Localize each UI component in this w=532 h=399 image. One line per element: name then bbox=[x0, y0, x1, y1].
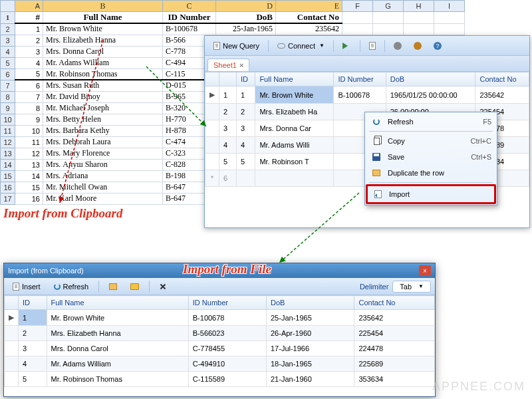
query-tabbar: Sheet1× bbox=[205, 56, 529, 72]
new-query-label: New Query bbox=[223, 42, 259, 50]
ctx-import-highlight: Import bbox=[366, 184, 496, 204]
header-idnumber[interactable]: ID Number bbox=[163, 12, 216, 24]
gears-icon bbox=[414, 42, 422, 50]
annotation-file: Import from File bbox=[183, 262, 271, 277]
refresh-button[interactable]: Refresh bbox=[49, 280, 94, 293]
insert-button[interactable]: Insert bbox=[8, 280, 45, 293]
new-query-button[interactable]: New Query bbox=[209, 39, 264, 53]
grid-header-id[interactable]: ID bbox=[237, 72, 255, 86]
execute-button[interactable] bbox=[338, 40, 356, 52]
chain-icon bbox=[277, 43, 285, 49]
paste-button[interactable] bbox=[104, 281, 122, 293]
ctx-copy-key: Ctrl+C bbox=[471, 137, 491, 145]
ctx-dup-label: Duplicate the row bbox=[388, 169, 444, 177]
dlg-header-row: ID Full Name ID Number DoB Contact No bbox=[5, 296, 435, 310]
dialog-title-text: Import (from Clipboard) bbox=[8, 267, 84, 275]
tab-sheet1[interactable]: Sheet1× bbox=[207, 59, 249, 71]
separator bbox=[268, 40, 269, 52]
dlg-header-idnum[interactable]: ID Number bbox=[188, 296, 266, 310]
chevron-down-icon: ▼ bbox=[418, 283, 424, 289]
tab-close-icon[interactable]: × bbox=[239, 61, 243, 69]
separator bbox=[98, 281, 99, 293]
dlg-row[interactable]: 5Mr. Robinson ThomasC-11558921-Jan-19603… bbox=[5, 372, 435, 387]
header-num[interactable]: # bbox=[15, 12, 43, 24]
document-icon bbox=[213, 42, 220, 50]
ctx-refresh-key: F5 bbox=[483, 118, 491, 126]
dlg-row[interactable]: 4Mr. Adams WilliamC-49491018-Jan-1965225… bbox=[5, 356, 435, 372]
ctx-duplicate[interactable]: Duplicate the row bbox=[366, 165, 495, 181]
dialog-toolbar: Insert Refresh Delimiter Tab▼ bbox=[4, 278, 435, 295]
grid-header-contact[interactable]: Contact No bbox=[475, 72, 529, 86]
ctx-save-key: Ctrl+S bbox=[471, 153, 491, 161]
duplicate-icon bbox=[372, 170, 380, 176]
gear-icon bbox=[394, 42, 402, 50]
dialog-close-button[interactable]: × bbox=[419, 265, 431, 276]
ctx-import[interactable]: Import bbox=[368, 186, 494, 202]
col-header-g[interactable]: G bbox=[373, 1, 404, 12]
dlg-header-id[interactable]: ID bbox=[19, 296, 47, 310]
clear-button[interactable] bbox=[155, 281, 171, 293]
col-header-e[interactable]: E bbox=[276, 1, 342, 12]
folder-icon bbox=[130, 283, 139, 290]
help-button[interactable]: ? bbox=[429, 39, 446, 53]
grid-header-row: ID Full Name ID Number DoB Contact No bbox=[205, 72, 529, 86]
options-button[interactable] bbox=[409, 39, 426, 53]
x-icon bbox=[160, 283, 166, 290]
dlg-header-name[interactable]: Full Name bbox=[47, 296, 188, 310]
dlg-row[interactable]: ▶1Mr. Brown WhiteB-10067825-Jan-19652356… bbox=[5, 310, 435, 326]
ctx-copy-label: Copy bbox=[388, 137, 405, 145]
dlg-header-contact[interactable]: Contact No bbox=[354, 296, 435, 310]
separator bbox=[360, 40, 360, 52]
dialog-grid: ID Full Name ID Number DoB Contact No ▶1… bbox=[4, 295, 435, 396]
dlg-row[interactable]: 3Mrs. Donna CarolC-77845517-Jul-19662244… bbox=[5, 341, 435, 356]
grid-header-name[interactable]: Full Name bbox=[255, 72, 334, 86]
header-dob[interactable]: DoB bbox=[216, 12, 276, 24]
connect-label: Connect bbox=[288, 42, 315, 50]
ctx-save-label: Save bbox=[388, 153, 404, 161]
ctx-refresh-label: Refresh bbox=[388, 118, 414, 126]
col-header-b[interactable]: B bbox=[43, 1, 163, 12]
data-header-row: 1 # Full Name ID Number DoB Contact No bbox=[1, 12, 465, 24]
col-header-h[interactable]: H bbox=[404, 1, 434, 12]
chevron-down-icon: ▼ bbox=[319, 43, 325, 49]
open-button[interactable] bbox=[126, 281, 144, 293]
toolbar-button-1[interactable] bbox=[364, 39, 380, 53]
col-header-f[interactable]: F bbox=[342, 1, 373, 12]
annotation-clipboard: Import from Clipboard bbox=[3, 206, 122, 221]
separator bbox=[384, 40, 385, 52]
ctx-import-label: Import bbox=[389, 190, 410, 198]
separator bbox=[333, 40, 334, 52]
col-header-a[interactable]: A bbox=[15, 1, 43, 12]
delimiter-label: Delimiter bbox=[360, 283, 388, 291]
copy-icon bbox=[374, 138, 380, 145]
grid-row[interactable]: ▶11Mr. Brown WhiteB-1006781965/01/25 00:… bbox=[205, 86, 529, 104]
context-menu: RefreshF5 CopyCtrl+C SaveCtrl+S Duplicat… bbox=[364, 112, 497, 205]
ctx-save[interactable]: SaveCtrl+S bbox=[366, 149, 495, 165]
ctx-copy[interactable]: CopyCtrl+C bbox=[366, 133, 495, 149]
grid-header-dob[interactable]: DoB bbox=[386, 72, 475, 86]
col-header-c[interactable]: C bbox=[163, 1, 216, 12]
save-icon bbox=[372, 153, 380, 161]
grid-header-idnum[interactable]: ID Number bbox=[334, 72, 386, 86]
refresh-icon bbox=[373, 118, 380, 125]
insert-icon bbox=[13, 283, 19, 291]
header-fullname[interactable]: Full Name bbox=[43, 12, 163, 24]
dlg-row[interactable]: 2Mrs. Elizabeth HannaB-56602326-Apr-1960… bbox=[5, 326, 435, 341]
ctx-refresh[interactable]: RefreshF5 bbox=[366, 114, 495, 130]
refresh-label: Refresh bbox=[63, 283, 89, 291]
query-toolbar: New Query Connect▼ ? bbox=[205, 36, 529, 56]
col-header-i[interactable]: I bbox=[434, 1, 465, 12]
insert-label: Insert bbox=[22, 283, 41, 291]
connect-button[interactable]: Connect▼ bbox=[273, 39, 329, 53]
sheet-icon bbox=[369, 42, 376, 50]
delimiter-value: Tab bbox=[400, 283, 412, 291]
separator bbox=[369, 131, 493, 132]
header-contact[interactable]: Contact No bbox=[276, 12, 342, 24]
delimiter-select[interactable]: Tab▼ bbox=[392, 281, 431, 293]
excel-row[interactable]: 2 1 Mr. Brown White B-100678 25-Jan-1965… bbox=[1, 23, 465, 35]
col-header-d[interactable]: D bbox=[216, 1, 276, 12]
dlg-header-dob[interactable]: DoB bbox=[267, 296, 354, 310]
settings-button[interactable] bbox=[389, 39, 406, 53]
import-dialog: Import (from Clipboard) × Insert Refresh… bbox=[3, 263, 436, 397]
play-icon bbox=[342, 43, 351, 49]
